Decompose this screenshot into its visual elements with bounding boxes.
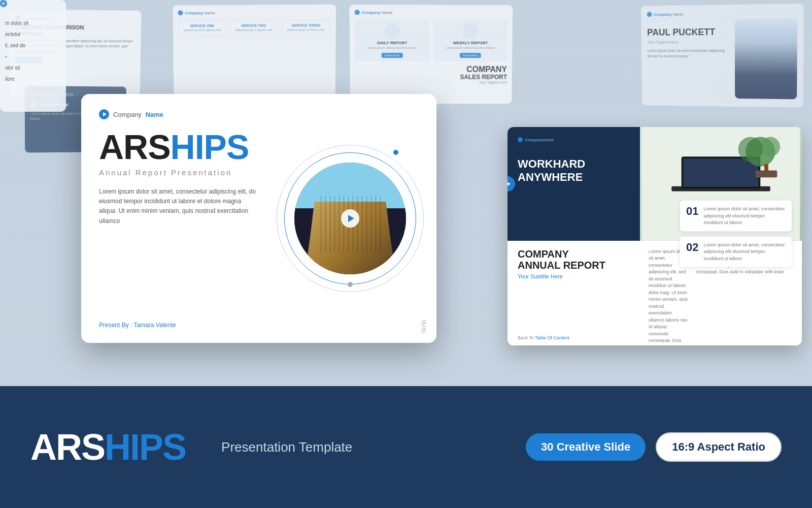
circle-dot-bottom-center xyxy=(348,282,353,287)
main-description: Lorem ipsum dolor sit amet, consectetur … xyxy=(99,187,256,226)
services-logo-text: Company Name xyxy=(185,10,215,15)
reports-logo-text: Company Name xyxy=(362,10,393,15)
service-two-text: adipiscing elit ut labore velit xyxy=(233,28,275,31)
right-logo-name: Name xyxy=(543,138,554,142)
right-bottom-left: COMPANY ANNUAL REPORT Your Subtitle Here… xyxy=(518,248,641,338)
presenter-name: Tamara Valente xyxy=(134,322,176,329)
bottom-brand-ars: ARS xyxy=(30,426,105,468)
bottom-bar: ARSHIPS Presentation Template 30 Creativ… xyxy=(0,386,812,508)
svg-point-15 xyxy=(760,137,780,156)
partial-text: m dolor sit ectetur il, sed do • olor si… xyxy=(0,11,66,93)
circle-image-container xyxy=(284,152,416,284)
sales-report-label: SALES REPORT xyxy=(355,74,507,81)
paul-logo-icon xyxy=(647,12,652,17)
right-slide: CompanyName WORKHARD ANYWHERE xyxy=(507,127,802,345)
bottom-brand: ARSHIPS xyxy=(30,426,186,468)
toc-link: Table Of Content xyxy=(535,335,569,340)
service-two-title: SERVICE TWO xyxy=(233,24,275,27)
bg-slide-paul: Company Name PAUL PUCKETT Your Tagline H… xyxy=(641,4,804,108)
workhard-line2: ANYWHERE xyxy=(518,171,630,184)
workhard-text: WORKHARD ANYWHERE xyxy=(518,157,630,184)
main-logo-play-icon xyxy=(99,109,109,119)
bg-slide-reports: Company Name DAILY REPORT Lorem ipsum ad… xyxy=(349,5,513,104)
bottom-brand-ships: HIPS xyxy=(105,426,186,468)
bottom-subtitle: Presentation Template xyxy=(221,439,352,455)
svg-rect-18 xyxy=(756,171,777,178)
back-label: Back To xyxy=(518,335,534,340)
circle-dot-top-right xyxy=(393,150,398,155)
svg-line-6 xyxy=(360,208,370,274)
right-logo-company: Company xyxy=(525,138,543,142)
circle-play-button[interactable] xyxy=(341,209,359,228)
company-title: COMPANY xyxy=(518,248,641,260)
main-logo-company: Company xyxy=(113,111,142,118)
main-presenter: Present By : Tamara Valente xyxy=(99,322,176,329)
service-card-1: SERVICE ONE adipiscing elit ut labore ve… xyxy=(178,20,226,35)
svg-line-4 xyxy=(330,208,340,274)
paul-logo-text: Company Name xyxy=(654,12,683,17)
main-logo-name: Name xyxy=(146,111,163,118)
badge-aspect-ratio: 16:9 Aspect Ratio xyxy=(656,432,782,462)
service-three-text: adipiscing elit ut labore velit xyxy=(285,28,327,31)
svg-rect-13 xyxy=(684,158,759,186)
preview-area: Company Name COMPANY COMPARISON APPROACH… xyxy=(0,0,812,386)
main-slide-inner: Company Name ARSHIPS Annual Report Prese… xyxy=(81,94,436,343)
main-title-ars: ARS xyxy=(99,128,171,166)
service-card-3: SERVICE THREE adipiscing elit ut labore … xyxy=(281,20,331,35)
service-cards: SERVICE ONE adipiscing elit ut labore ve… xyxy=(178,20,331,35)
item-num-2: 02 xyxy=(686,241,698,252)
partial-play-icon xyxy=(0,0,7,7)
main-slide: Company Name ARSHIPS Annual Report Prese… xyxy=(81,94,436,343)
item-text-1: Lorem ipsum dolor sit amet, consectetur … xyxy=(703,206,786,227)
main-slide-number: 05/30 xyxy=(421,320,426,333)
item-num-1: 01 xyxy=(686,206,698,217)
services-logo-icon xyxy=(178,10,183,15)
service-one-text: adipiscing elit ut labore velit xyxy=(182,28,223,31)
presenter-label: Present By : xyxy=(99,322,132,329)
right-subtitle: Your Subtitle Here xyxy=(518,273,641,279)
company-sales-title: COMPANY xyxy=(355,66,507,74)
item-text-2: Lorem ipsum dolor sit amet, consectetur … xyxy=(703,241,786,262)
reports-logo-icon xyxy=(355,10,360,15)
main-title-ships: HIPS xyxy=(171,128,249,166)
numbered-item-2: 02 Lorem ipsum dolor sit amet, consectet… xyxy=(680,236,792,267)
right-logo-icon xyxy=(518,137,523,142)
daily-label: DAILY REPORT xyxy=(358,41,426,45)
badge-creative-slide: 30 Creative Slide xyxy=(526,433,646,461)
bg-slide-services: Company Name SERVICE ONE adipiscing elit… xyxy=(173,5,336,105)
service-one-title: SERVICE ONE xyxy=(182,24,223,27)
right-slide-items: 01 Lorem ipsum dolor sit amet, consectet… xyxy=(680,201,792,272)
back-to-toc: Back To Table Of Content xyxy=(518,335,569,340)
weekly-label: WEEKLY REPORT xyxy=(436,41,504,45)
main-logo: Company Name xyxy=(99,109,419,119)
right-slide-dark: CompanyName WORKHARD ANYWHERE xyxy=(507,127,640,241)
right-play-button[interactable] xyxy=(507,176,515,192)
service-card-2: SERVICE TWO adipiscing elit ut labore ve… xyxy=(229,20,278,35)
left-partial-slide: m dolor sit ectetur il, sed do • olor si… xyxy=(0,0,66,112)
service-three-title: SERVICE THREE xyxy=(285,23,327,27)
numbered-item-1: 01 Lorem ipsum dolor sit amet, consectet… xyxy=(680,201,792,232)
workhard-line1: WORKHARD xyxy=(518,157,630,171)
svg-point-16 xyxy=(738,137,763,162)
annual-report-title: ANNUAL REPORT xyxy=(518,260,641,271)
right-slide-inner: CompanyName WORKHARD ANYWHERE xyxy=(507,127,802,345)
paul-name: PAUL PUCKETT xyxy=(647,27,730,38)
